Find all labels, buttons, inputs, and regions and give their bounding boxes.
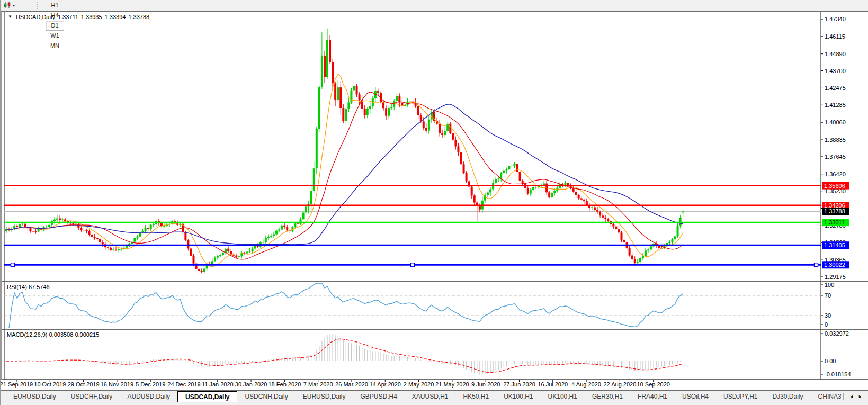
chart-tab-gbpusd-h4[interactable]: GBPUSD,H4 — [353, 391, 404, 401]
chart-tab-dj30-daily[interactable]: DJ30,Daily — [765, 391, 811, 401]
candle-body — [452, 133, 454, 140]
line-selection-handle[interactable] — [11, 263, 15, 267]
chart-collapse-icon[interactable]: ▼ — [8, 14, 12, 20]
candle-body — [364, 109, 366, 115]
candle-body — [503, 171, 505, 173]
candle-body — [583, 200, 585, 201]
macd-axis-label: 0.00 — [825, 358, 836, 364]
tab-scroll-right-icon[interactable]: ► — [858, 394, 863, 399]
chart-surface[interactable]: 1.473401.461151.448901.437001.424751.412… — [1, 0, 868, 391]
candle-body — [618, 229, 620, 232]
price-line-label: 1.35606 — [824, 183, 845, 189]
candle-body — [463, 164, 465, 173]
date-axis-label: 14 Apr 2020 — [370, 381, 401, 388]
candle-body — [511, 166, 513, 166]
candle-body — [115, 250, 117, 250]
chart-tab-usoil-h4[interactable]: USOil,H4 — [675, 391, 716, 401]
chart-tab-usdcnh-daily[interactable]: USDCNH,Daily — [237, 391, 295, 401]
candle-body — [281, 226, 283, 230]
candle-body — [86, 230, 88, 231]
candle-body — [647, 249, 649, 250]
candle-body — [532, 187, 534, 190]
price-line-label: 1.33011 — [824, 219, 845, 226]
candle-body — [668, 242, 670, 243]
tab-scroll-left-icon[interactable]: ◄ — [849, 394, 854, 399]
candle-body — [457, 146, 459, 152]
timeframe-button-mn[interactable]: MN — [46, 41, 64, 51]
timeframe-button-h4[interactable]: H4 — [46, 11, 64, 21]
candle-body — [439, 124, 441, 133]
candle-body — [184, 232, 186, 240]
chart-tab-audusd-daily[interactable]: AUDUSD,Daily — [120, 391, 177, 401]
price-tick-label: 1.29175 — [825, 274, 846, 280]
candle-body — [246, 251, 248, 253]
candle-body — [417, 106, 419, 115]
candle-body — [369, 106, 371, 109]
rsi-label-text: RSI(14) 67.5746 — [7, 284, 50, 290]
candle-body — [350, 90, 352, 102]
date-axis-label: 10 Oct 2019 — [34, 381, 66, 388]
candle-body — [243, 253, 245, 253]
line-selection-handle[interactable] — [815, 263, 818, 267]
candle-body — [286, 227, 288, 230]
candle-body — [38, 228, 40, 231]
candle-body — [535, 187, 537, 187]
price-tick-label: 1.46115 — [825, 33, 845, 40]
candle-body — [356, 86, 358, 94]
chart-tab-usdcad-daily[interactable]: USDCAD,Daily — [177, 391, 237, 402]
chart-tab-hk50-h1[interactable]: HK50,H1 — [456, 391, 497, 401]
candle-body — [249, 251, 251, 251]
chevron-down-icon[interactable]: ▾ — [13, 3, 19, 8]
chart-tab-eurusd-daily[interactable]: EURUSD,Daily — [6, 391, 64, 401]
candle-body — [120, 249, 122, 249]
candle-body — [489, 189, 491, 192]
candle-body — [522, 181, 524, 184]
chart-tab-usdjpy-h1[interactable]: USDJPY,H1 — [716, 391, 765, 401]
chart-tab-china300-h1[interactable]: CHINA300,H1 — [811, 391, 842, 401]
candle-body — [602, 215, 604, 218]
candle-body — [615, 227, 617, 229]
candle-body — [96, 238, 99, 239]
candle-body — [578, 195, 580, 199]
chart-tabs: EURUSD,DailyUSDCHF,DailyAUDUSD,DailyUSDC… — [6, 391, 841, 403]
date-axis-label: 29 Oct 2019 — [68, 381, 100, 388]
candle-body — [91, 235, 93, 237]
candle-body — [409, 102, 411, 102]
candle-body — [425, 128, 427, 131]
chart-tab-eurusd-daily[interactable]: EURUSD,Daily — [296, 391, 353, 401]
timeframe-button-h1[interactable]: H1 — [46, 1, 64, 11]
date-axis-label: 7 Mar 2020 — [303, 381, 333, 388]
candle-body — [273, 234, 275, 236]
toolbar-grip[interactable] — [37, 2, 41, 9]
candle-body — [219, 255, 221, 256]
candle-body — [190, 248, 192, 256]
chart-tab-uk100-h1[interactable]: UK100,H1 — [541, 391, 585, 401]
candle-body — [102, 242, 104, 244]
candle-body — [94, 237, 96, 238]
chart-tab-fra40-h1[interactable]: FRA40,H1 — [630, 391, 675, 401]
chart-tab-usdchf-daily[interactable]: USDCHF,Daily — [64, 391, 120, 401]
price-tick-label: 1.44890 — [825, 51, 846, 57]
chart-tab-xauusd-h1[interactable]: XAUUSD,H1 — [405, 391, 456, 401]
candle-body — [24, 224, 26, 227]
candle-body — [505, 169, 507, 170]
macd-label-text: MACD(12,26,9) 0.003508 0.000215 — [7, 331, 99, 338]
candle-body — [639, 258, 641, 262]
candle-body — [56, 219, 58, 220]
timeframe-button-d1[interactable]: D1 — [46, 21, 64, 31]
chart-tab-uk100-h1[interactable]: UK100,H1 — [496, 391, 540, 401]
candle-body — [607, 219, 609, 221]
candle-body — [313, 168, 315, 191]
date-axis-label: 27 Jun 2020 — [503, 381, 535, 388]
date-axis-label: 21 May 2020 — [435, 381, 469, 388]
candle-body — [591, 208, 593, 208]
candle-body — [567, 183, 569, 185]
candle-body — [217, 256, 219, 258]
date-axis-label: 4 Aug 2020 — [571, 381, 601, 388]
line-selection-handle[interactable] — [411, 263, 415, 267]
timeframe-button-w1[interactable]: W1 — [46, 31, 64, 41]
candle-body — [326, 40, 328, 77]
candlestick-chart-icon[interactable] — [2, 1, 13, 10]
chart-tab-ger30-h1[interactable]: GER30,H1 — [585, 391, 630, 401]
ohlc-close: 1.33788 — [128, 14, 149, 20]
